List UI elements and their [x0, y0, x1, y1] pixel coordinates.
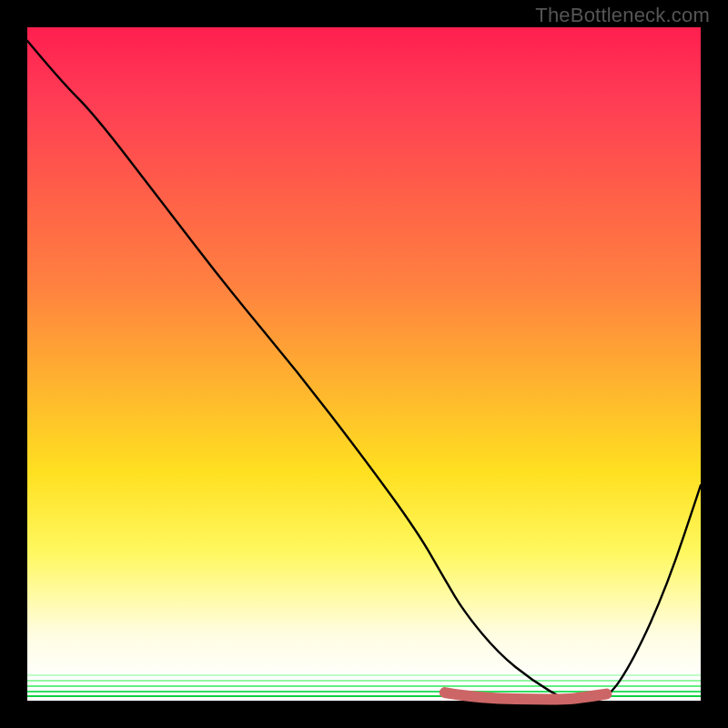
plot-area [27, 27, 701, 701]
flat-zone-highlight [445, 693, 607, 699]
curve-svg [27, 27, 701, 701]
bottleneck-curve [27, 41, 701, 701]
chart-container: TheBottleneck.com [0, 0, 728, 728]
watermark-text: TheBottleneck.com [535, 4, 710, 27]
